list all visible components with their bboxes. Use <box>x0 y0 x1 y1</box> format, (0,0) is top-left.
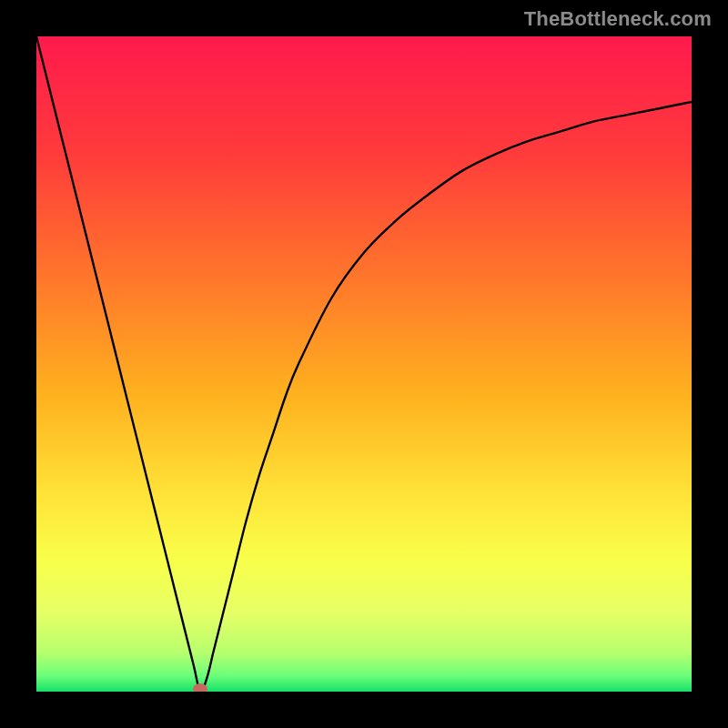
gradient-background <box>36 36 692 692</box>
plot-area <box>36 36 692 692</box>
chart-frame: TheBottleneck.com <box>0 0 728 728</box>
bottleneck-curve-chart <box>36 36 692 692</box>
watermark-text: TheBottleneck.com <box>524 7 712 31</box>
